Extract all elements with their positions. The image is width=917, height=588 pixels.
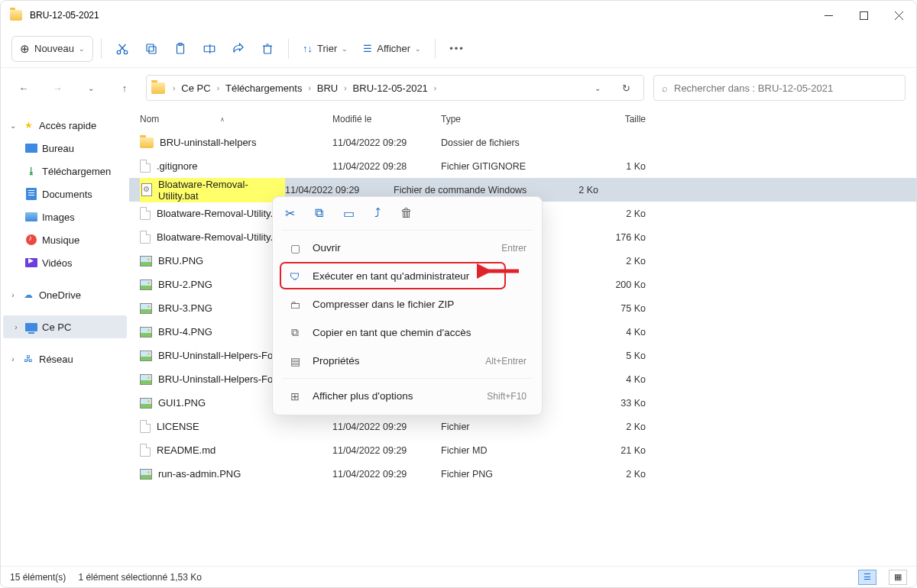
svg-rect-8: [149, 47, 156, 53]
png-icon: [140, 327, 152, 338]
ctx-compress-zip[interactable]: 🗀Compresser dans le fichier ZIP: [276, 290, 539, 318]
ctx-open[interactable]: ▢OuvrirEntrer: [276, 234, 539, 262]
recent-button[interactable]: ⌄: [79, 76, 103, 100]
titlebar: BRU-12-05-2021: [1, 1, 916, 30]
breadcrumb-segment[interactable]: BRU: [314, 81, 341, 95]
forward-button[interactable]: →: [45, 76, 70, 100]
paste-button[interactable]: [167, 36, 193, 62]
ctx-rename-icon[interactable]: ▭: [343, 206, 355, 221]
file-size: 200 Ko: [591, 279, 646, 290]
back-button[interactable]: ←: [11, 76, 36, 100]
png-icon: [140, 351, 152, 361]
svg-line-6: [120, 44, 126, 50]
file-size: 176 Ko: [591, 232, 646, 243]
ctx-delete-icon[interactable]: 🗑: [400, 206, 413, 221]
delete-button[interactable]: [254, 36, 280, 62]
file-size: 21 Ko: [591, 445, 646, 456]
address-bar[interactable]: › Ce PC› Téléchargements› BRU› BRU-12-05…: [146, 75, 644, 101]
file-modified: 11/04/2022 09:29: [332, 445, 441, 456]
file-name: BRU-Uninstall-Helpers-Folde: [158, 373, 287, 385]
file-modified: 11/04/2022 09:29: [285, 185, 394, 195]
file-name: BRU-3.PNG: [158, 302, 212, 314]
file-size: 2 Ko: [591, 208, 646, 219]
close-button[interactable]: [881, 1, 916, 30]
file-type: Fichier PNG: [441, 469, 591, 480]
ctx-cut-icon[interactable]: ✂: [285, 206, 295, 221]
file-name: BRU-Uninstall-Helpers-Folde: [158, 350, 287, 361]
more-button[interactable]: •••: [443, 36, 471, 62]
file-type: Dossier de fichiers: [441, 137, 591, 148]
file-name: Bloatware-Removal-Utility.in: [157, 208, 280, 219]
file-icon: [140, 444, 151, 457]
sidebar-this-pc[interactable]: ›Ce PC: [3, 315, 127, 338]
up-button[interactable]: ↑: [112, 76, 137, 100]
file-modified: 11/04/2022 09:29: [332, 469, 441, 480]
folder-icon: [140, 137, 154, 148]
ctx-share-icon[interactable]: ⤴: [374, 206, 381, 221]
bat-icon: [141, 183, 152, 196]
file-size: 2 Ko: [591, 422, 646, 432]
window-title: BRU-12-05-2021: [30, 10, 99, 21]
copy-button[interactable]: [138, 36, 164, 62]
png-icon: [140, 256, 152, 267]
cut-button[interactable]: [109, 36, 135, 62]
header-modified[interactable]: Modifié le: [332, 114, 441, 124]
file-modified: 11/04/2022 09:28: [332, 161, 441, 172]
ctx-run-as-admin[interactable]: 🛡Exécuter en tant qu'administrateur: [276, 262, 539, 290]
file-type: Fichier: [441, 422, 591, 432]
context-menu: ✂ ⧉ ▭ ⤴ 🗑 ▢OuvrirEntrer 🛡Exécuter en tan…: [272, 196, 543, 415]
file-row[interactable]: run-as-admin.PNG11/04/2022 09:29Fichier …: [129, 462, 916, 486]
sidebar-desktop[interactable]: Bureau: [1, 137, 129, 160]
sort-button[interactable]: ↑↓Trier⌄: [296, 36, 354, 62]
sidebar-quick-access[interactable]: ⌄★Accès rapide: [1, 114, 129, 137]
breadcrumb-segment[interactable]: Ce PC: [178, 81, 213, 95]
file-size: 5 Ko: [591, 351, 646, 361]
navbar: ← → ⌄ ↑ › Ce PC› Téléchargements› BRU› B…: [1, 68, 916, 108]
ctx-more-options[interactable]: ⊞Afficher plus d'optionsShift+F10: [276, 382, 539, 410]
file-row[interactable]: BRU-uninstall-helpers11/04/2022 09:29Dos…: [129, 131, 916, 154]
sidebar: ⌄★Accès rapide Bureau ⭳Téléchargemen Doc…: [1, 108, 129, 566]
minimize-button[interactable]: [811, 1, 846, 30]
breadcrumb-segment[interactable]: Téléchargements: [222, 81, 305, 95]
view-details-button[interactable]: ☰: [858, 570, 876, 585]
sidebar-network[interactable]: ›🖧Réseau: [1, 347, 129, 370]
maximize-button[interactable]: [846, 1, 881, 30]
file-icon: [140, 231, 151, 244]
file-name: BRU-uninstall-helpers: [160, 137, 256, 148]
rename-button[interactable]: [196, 36, 222, 62]
toolbar: ⊕Nouveau⌄ ↑↓Trier⌄ ☰Afficher⌄ •••: [1, 30, 916, 68]
view-button[interactable]: ☰Afficher⌄: [357, 36, 427, 62]
file-row[interactable]: README.md11/04/2022 09:29Fichier MD21 Ko: [129, 438, 916, 462]
sidebar-music[interactable]: Musique: [1, 228, 129, 251]
header-size[interactable]: Taille: [591, 114, 646, 124]
search-input[interactable]: [674, 82, 897, 94]
header-type[interactable]: Type: [441, 114, 591, 124]
new-button[interactable]: ⊕Nouveau⌄: [11, 36, 93, 62]
file-name: BRU-4.PNG: [158, 326, 212, 338]
sidebar-documents[interactable]: Documents: [1, 183, 129, 205]
ctx-copy-icon[interactable]: ⧉: [315, 206, 323, 221]
search-box[interactable]: ⌕: [653, 75, 906, 101]
sidebar-onedrive[interactable]: ›☁OneDrive: [1, 283, 129, 306]
png-icon: [140, 374, 152, 385]
column-headers: Nom∧ Modifié le Type Taille: [129, 108, 916, 131]
share-button[interactable]: [225, 36, 251, 62]
sidebar-downloads[interactable]: ⭳Téléchargemen: [1, 160, 129, 183]
status-count: 15 élément(s): [10, 572, 66, 583]
file-row[interactable]: LICENSE11/04/2022 09:29Fichier2 Ko: [129, 415, 916, 438]
breadcrumb-segment[interactable]: BRU-12-05-2021: [350, 81, 431, 95]
ctx-properties[interactable]: ▤PropriétésAlt+Entrer: [276, 347, 539, 375]
file-type: Fichier de commande Windows: [394, 185, 543, 195]
file-size: 75 Ko: [591, 303, 646, 314]
refresh-button[interactable]: ↻: [613, 82, 639, 94]
header-name[interactable]: Nom∧: [140, 114, 332, 124]
address-dropdown[interactable]: ⌄: [585, 76, 610, 100]
file-size: 33 Ko: [591, 398, 646, 409]
file-row[interactable]: .gitignore11/04/2022 09:28Fichier GITIGN…: [129, 154, 916, 178]
ctx-copy-path[interactable]: ⧉Copier en tant que chemin d'accès: [276, 318, 539, 347]
view-icons-button[interactable]: ▦: [889, 570, 907, 585]
sidebar-images[interactable]: Images: [1, 205, 129, 228]
file-name: GUI1.PNG: [158, 397, 206, 409]
status-bar: 15 élément(s) 1 élément sélectionné 1,53…: [1, 566, 916, 587]
sidebar-videos[interactable]: Vidéos: [1, 251, 129, 274]
